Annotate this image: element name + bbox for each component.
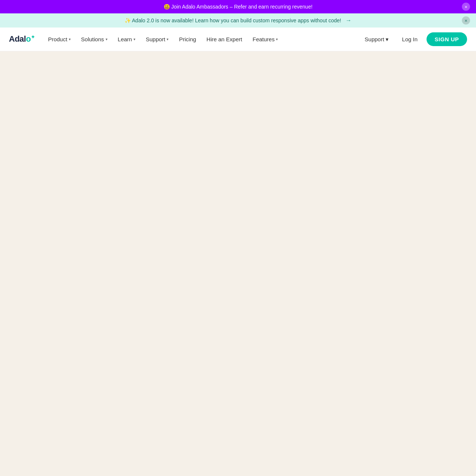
nav-item-product[interactable]: Product ▾ bbox=[44, 33, 75, 45]
nav-left: Product ▾ Solutions ▾ Learn ▾ Support ▾ … bbox=[44, 33, 360, 45]
chevron-down-icon: ▾ bbox=[69, 37, 71, 41]
chevron-down-icon: ▾ bbox=[386, 36, 389, 43]
second-banner-text: ✨ Adalo 2.0 is now available! Learn how … bbox=[15, 17, 461, 24]
nav-item-support[interactable]: Support ▾ bbox=[141, 33, 173, 45]
nav-support-label: Support bbox=[365, 36, 385, 42]
top-banner-emoji: 😃 bbox=[164, 4, 170, 10]
nav-item-learn[interactable]: Learn ▾ bbox=[113, 33, 140, 45]
nav-item-learn-label: Learn bbox=[118, 36, 132, 42]
login-label: Log In bbox=[402, 36, 418, 42]
nav-item-features-label: Features bbox=[253, 36, 274, 42]
chevron-down-icon: ▾ bbox=[167, 37, 168, 41]
nav-item-pricing[interactable]: Pricing bbox=[174, 33, 200, 45]
nav-item-product-label: Product bbox=[48, 36, 67, 42]
chevron-down-icon: ▾ bbox=[276, 37, 278, 41]
logo-dot: o bbox=[26, 35, 31, 44]
chevron-down-icon: ▾ bbox=[106, 37, 107, 41]
nav-item-solutions[interactable]: Solutions ▾ bbox=[77, 33, 112, 45]
second-banner-sparkle-icon: ✨ bbox=[125, 17, 131, 23]
nav-item-hire-expert-label: Hire an Expert bbox=[206, 36, 242, 42]
top-banner-text: 😃 Join Adalo Ambassadors – Refer and ear… bbox=[15, 4, 461, 10]
logo-text: Adalo✦ bbox=[9, 34, 35, 44]
logo[interactable]: Adalo✦ bbox=[9, 34, 35, 44]
top-banner-close-button[interactable]: × bbox=[462, 3, 470, 11]
top-banner-message: Join Adalo Ambassadors – Refer and earn … bbox=[171, 4, 313, 10]
top-banner: 😃 Join Adalo Ambassadors – Refer and ear… bbox=[0, 0, 476, 13]
signup-label: SIGN UP bbox=[435, 36, 459, 42]
second-banner-arrow-icon: → bbox=[345, 17, 351, 23]
nav-right: Support ▾ Log In SIGN UP bbox=[360, 32, 467, 46]
nav-item-support-label: Support bbox=[146, 36, 165, 42]
nav-item-features[interactable]: Features ▾ bbox=[248, 33, 282, 45]
nav-item-hire-expert[interactable]: Hire an Expert bbox=[202, 33, 247, 45]
navbar: Adalo✦ Product ▾ Solutions ▾ Learn ▾ Sup… bbox=[0, 28, 476, 51]
second-banner-close-button[interactable]: × bbox=[462, 16, 470, 25]
second-banner: ✨ Adalo 2.0 is now available! Learn how … bbox=[0, 13, 476, 28]
second-banner-message: Adalo 2.0 is now available! Learn how yo… bbox=[132, 17, 341, 23]
signup-button[interactable]: SIGN UP bbox=[427, 32, 467, 46]
main-content bbox=[0, 51, 476, 476]
nav-support-button[interactable]: Support ▾ bbox=[360, 33, 393, 46]
nav-item-solutions-label: Solutions bbox=[81, 36, 104, 42]
chevron-down-icon: ▾ bbox=[134, 37, 135, 41]
nav-item-pricing-label: Pricing bbox=[179, 36, 196, 42]
login-button[interactable]: Log In bbox=[396, 33, 424, 45]
